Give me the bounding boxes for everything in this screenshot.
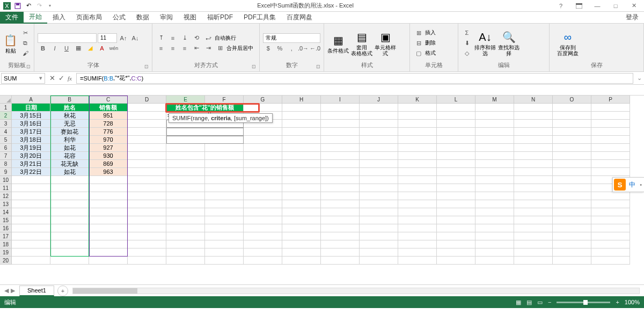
cell[interactable] [128,120,166,128]
cell[interactable] [475,200,514,208]
cell-sales[interactable]: 951 [89,112,128,120]
view-page-layout-icon[interactable]: ▤ [526,299,532,306]
cell[interactable] [398,152,437,160]
cell[interactable] [591,248,630,257]
view-normal-icon[interactable]: ▦ [516,299,521,306]
cell[interactable] [166,248,205,257]
cell[interactable] [360,200,398,208]
cell[interactable] [244,168,282,176]
cell[interactable] [475,104,514,112]
cell[interactable] [475,216,514,224]
cell[interactable] [398,160,437,168]
cell[interactable] [205,192,244,200]
worksheet-grid[interactable]: ABCDEFGHIJKLMNOP1日期姓名销售额姓名包含"花"的销售额23月15… [0,96,644,284]
cell[interactable] [12,192,50,200]
cell[interactable] [166,152,205,160]
cell[interactable] [282,192,321,200]
cell[interactable] [166,224,205,232]
column-header[interactable]: I [321,96,360,104]
cell-name[interactable]: 花无缺 [50,160,89,168]
cell[interactable] [89,208,128,216]
cell[interactable] [166,232,205,240]
cell[interactable] [12,208,50,216]
view-page-break-icon[interactable]: ▭ [537,299,543,306]
cell[interactable] [591,152,630,160]
cell[interactable] [360,160,398,168]
cell[interactable] [205,208,244,216]
cell-name[interactable]: 花容 [50,152,89,160]
cell[interactable] [437,208,475,216]
chevron-down-icon[interactable]: ▾ [39,75,42,82]
cell[interactable] [360,192,398,200]
cell[interactable] [475,120,514,128]
cell[interactable] [244,240,282,248]
cell[interactable] [282,176,321,184]
fill-color-icon[interactable]: ◢ [85,43,96,53]
cell[interactable] [321,160,360,168]
cell[interactable] [514,184,553,192]
cell[interactable] [437,240,475,248]
cell[interactable] [591,168,630,176]
tab-pdftools[interactable]: PDF工具集 [238,12,281,24]
increase-decimal-icon[interactable]: .0→ [298,43,309,53]
row-header[interactable]: 3 [0,120,12,128]
align-bottom-icon[interactable]: ⤓ [179,33,190,43]
cell[interactable] [282,184,321,192]
cell[interactable] [244,144,282,152]
login-link[interactable]: 登录 [626,13,644,22]
cell[interactable] [89,176,128,184]
cell[interactable] [591,240,630,248]
row-header[interactable]: 18 [0,240,12,248]
cell[interactable] [514,224,553,232]
cell[interactable] [475,192,514,200]
phonetic-icon[interactable]: wén [108,43,119,53]
cell[interactable] [514,200,553,208]
cell[interactable] [12,200,50,208]
align-top-icon[interactable]: ⤒ [156,33,166,43]
cell[interactable] [553,257,591,265]
decrease-decimal-icon[interactable]: ←.0 [310,43,320,53]
comma-icon[interactable]: , [286,43,297,53]
cell[interactable] [398,120,437,128]
cell[interactable] [282,152,321,160]
cell[interactable] [514,112,553,120]
cell[interactable] [398,216,437,224]
row-header[interactable]: 12 [0,192,12,200]
row-header[interactable]: 9 [0,168,12,176]
cell[interactable] [166,216,205,224]
cell[interactable] [360,120,398,128]
cell[interactable] [282,232,321,240]
cell[interactable] [244,152,282,160]
cell[interactable] [12,248,50,257]
cell[interactable] [205,232,244,240]
bold-icon[interactable]: B [38,43,48,53]
qat-dropdown-icon[interactable]: ▾ [45,1,55,11]
cell[interactable] [89,248,128,257]
decrease-font-icon[interactable]: A↓ [130,33,141,43]
cell[interactable] [282,200,321,208]
cell[interactable] [12,216,50,224]
align-center-icon[interactable]: ≡ [167,43,178,53]
cell[interactable] [475,168,514,176]
cell[interactable] [205,160,244,168]
tab-file[interactable]: 文件 [0,12,24,24]
cell[interactable] [128,208,166,216]
cell[interactable] [50,224,89,232]
cell[interactable] [50,200,89,208]
excel-icon[interactable]: X [2,1,12,11]
cell[interactable] [205,224,244,232]
row-header[interactable]: 11 [0,184,12,192]
maximize-icon[interactable]: □ [609,1,623,11]
cell[interactable] [128,192,166,200]
paste-button[interactable]: 📋粘贴 [3,26,18,60]
cell[interactable] [553,128,591,136]
row-header[interactable]: 15 [0,216,12,224]
ribbon-options-icon[interactable] [572,1,586,11]
cell[interactable] [591,192,630,200]
zoom-level[interactable]: 100% [625,299,640,305]
cell[interactable] [166,160,205,168]
cell[interactable] [591,104,630,112]
column-header[interactable]: P [591,96,630,104]
merge-icon[interactable]: ⊞ [215,43,225,53]
cell[interactable] [12,224,50,232]
